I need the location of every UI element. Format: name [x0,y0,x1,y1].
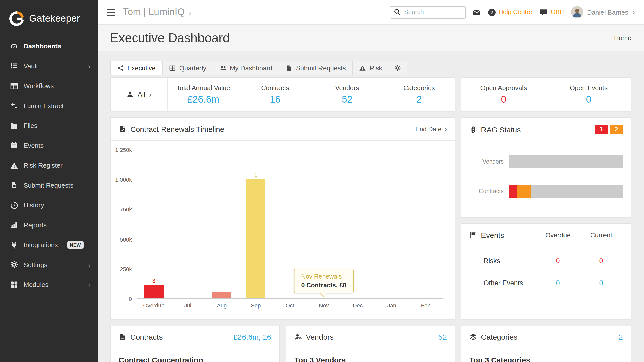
chart-column-jan[interactable] [375,150,409,298]
stat-vendors[interactable]: Vendors 52 [311,78,383,111]
card-title: Contracts [130,333,163,341]
sidebar-item-reports[interactable]: Reports [0,215,98,235]
contracts-summary-value[interactable]: £26.6m, 16 [233,333,271,341]
stat-contracts[interactable]: Contracts 16 [239,78,311,111]
stat-label: Categories [403,84,435,91]
sidebar-item-lumin-extract[interactable]: Lumin Extract [0,96,98,116]
chart-column-feb[interactable] [409,150,443,298]
gauge-icon [10,42,18,50]
rag-segment[interactable] [509,155,623,168]
sidebar-item-vault[interactable]: Vault › [0,56,98,76]
y-axis-tick: 0 [129,296,132,302]
chevron-right-icon: › [189,8,191,16]
renewals-bar[interactable] [144,285,164,298]
rag-red-count-badge[interactable]: 1 [595,125,608,134]
sidebar-item-dashboards[interactable]: Dashboards [0,36,98,56]
user-menu[interactable]: Daniel Barnes › [571,6,635,18]
home-link[interactable]: Home [614,34,631,42]
tab-my-dashboard[interactable]: My Dashboard [213,61,279,75]
chevron-right-icon: › [88,261,91,269]
sidebar-item-events[interactable]: Events [0,136,98,155]
breadcrumb[interactable]: Tom | LuminIQ › [123,7,191,18]
chart-column-sep[interactable]: 1 [239,150,273,298]
sidebar-item-integrations[interactable]: Integrations NEW [0,235,98,255]
user-name: Daniel Barnes [587,8,628,16]
brand-name: Gatekeeper [29,13,80,24]
x-axis-label: Sep [239,299,273,308]
stat-label: Total Annual Value [176,84,230,91]
warning-triangle-icon [10,162,18,170]
chevron-right-icon: › [632,8,635,17]
sidebar-item-submit-requests[interactable]: Submit Requests [0,175,98,195]
scope-filter[interactable]: All › [111,78,167,111]
vendor-person-gear-icon [294,333,302,341]
main: Tom | LuminIQ › ? Help Centre GBP [98,0,644,362]
summary-stats-card: All › Total Annual Value £26.6m Contract… [110,77,455,111]
bar-chart-icon [10,221,18,229]
stat-total-annual-value[interactable]: Total Annual Value £26.6m [167,78,239,111]
envelope-icon[interactable] [472,8,481,16]
chart-column-jul[interactable] [171,150,205,298]
stat-categories[interactable]: Categories 2 [383,78,455,111]
content: Executive Quarterly My Dashboard Submit … [98,51,644,362]
risks-current-count[interactable]: 0 [580,257,623,264]
calendar-icon [10,142,18,150]
row-label: Other Events [469,279,536,287]
categories-summary-value[interactable]: 2 [619,333,623,341]
card-title: RAG Status [481,125,521,134]
tooltip-body: 0 Contracts, £0 [301,282,346,289]
x-axis-label: Feb [409,299,443,308]
rag-amber-count-badge[interactable]: 2 [610,125,623,134]
layers-icon [469,333,477,341]
tab-executive[interactable]: Executive [110,61,163,75]
chart-column-aug[interactable]: 1 [205,150,239,298]
search-input[interactable] [390,6,466,18]
search-box [390,6,466,18]
rag-bar [509,185,623,198]
other-events-current-count[interactable]: 0 [580,279,623,287]
chart-column-overdue[interactable]: 3 [137,150,171,298]
sidebar-item-settings[interactable]: Settings › [0,255,98,275]
help-centre-link[interactable]: ? Help Centre [488,8,532,16]
stat-open-approvals[interactable]: Open Approvals 0 [461,78,546,111]
contracts-card: Contracts £26.6m, 16 Contract Concentrat… [110,326,280,362]
sidebar-item-history[interactable]: History [0,195,98,215]
dashboard-grid: All › Total Annual Value £26.6m Contract… [110,77,631,362]
stat-open-events[interactable]: Open Events 0 [546,78,631,111]
rag-segment[interactable] [531,185,623,198]
sidebar-item-workflows[interactable]: Workflows [0,76,98,96]
sidebar-item-files[interactable]: Files [0,116,98,136]
sidebar-item-label: Vault [24,62,38,70]
tab-quarterly[interactable]: Quarterly [162,61,213,75]
history-clock-icon [10,201,18,209]
tooltip-title: Nov Renewals [301,273,346,280]
renewals-bar[interactable] [246,179,265,298]
risks-overdue-count[interactable]: 0 [536,257,580,264]
search-icon [394,9,400,15]
sort-by-end-date[interactable]: End Date › [415,125,447,133]
x-axis-label: Dec [341,299,375,308]
rag-segment[interactable] [509,185,516,198]
x-axis-label: Jul [171,299,205,308]
renewals-chart: 0250k500k750k1 000k1 250k 311 Nov Renewa… [111,141,455,319]
sidebar-item-modules[interactable]: Modules › [0,275,98,295]
rag-status-card: RAG Status 1 2 Vendors [461,117,631,217]
breadcrumb-label: Tom | LuminIQ [123,7,185,18]
bar-value-label: 1 [220,284,223,290]
sidebar-item-risk-register[interactable]: Risk Register [0,155,98,175]
currency-selector[interactable]: GBP [539,8,564,16]
tab-submit-requests[interactable]: Submit Requests [279,61,353,75]
contract-renewals-card: Contract Renewals Timeline End Date › 02… [110,117,455,319]
tab-risk[interactable]: Risk [352,61,389,75]
renewals-bar[interactable] [212,292,231,298]
y-axis-tick: 1 250k [115,147,132,153]
rag-segment[interactable] [517,185,531,198]
hamburger-menu-icon[interactable] [106,7,116,17]
app: Gatekeeper Dashboards Vault › Workflows … [0,0,644,362]
stat-value: £26.6m [187,94,219,105]
user-avatar [571,6,583,18]
brand[interactable]: Gatekeeper [0,0,98,36]
vendors-summary-value[interactable]: 52 [438,333,447,341]
tab-settings-gear[interactable] [389,61,407,75]
other-events-overdue-count[interactable]: 0 [536,279,580,287]
